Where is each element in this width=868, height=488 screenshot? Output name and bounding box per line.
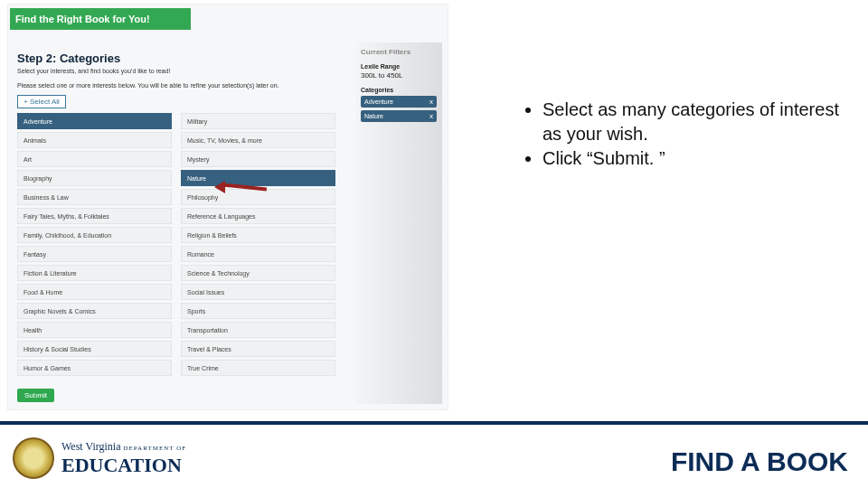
category-item[interactable]: Science & Technology [181, 265, 335, 281]
filter-tag-label: Nature [364, 113, 383, 119]
category-item[interactable]: Humor & Games [17, 360, 172, 376]
logo-line2: EDUCATION [61, 454, 186, 477]
slide: Find the Right Book for You! Step 2: Cat… [0, 0, 868, 488]
category-item[interactable]: Food & Home [17, 284, 172, 300]
category-item[interactable]: Philosophy [181, 189, 335, 205]
category-item[interactable]: Fiction & Literature [17, 265, 172, 281]
category-item[interactable]: History & Social Studies [17, 341, 172, 357]
wv-education-logo: West Virginia DEPARTMENT OF EDUCATION [13, 437, 186, 479]
filter-tag[interactable]: Naturex [361, 110, 437, 122]
category-item[interactable]: Biography [17, 170, 172, 186]
instruction-bullet: Select as many categories of interest as… [542, 98, 848, 146]
category-item[interactable]: Business & Law [17, 189, 172, 205]
filter-tags: AdventurexNaturex [361, 96, 437, 122]
category-item[interactable]: Sports [181, 303, 335, 319]
slide-title: FIND A BOOK [671, 446, 848, 477]
remove-tag-icon[interactable]: x [429, 112, 433, 120]
footer-divider [0, 421, 868, 425]
step-title: Step 2: Categories [17, 52, 120, 65]
logo-line1a: West Virginia [61, 440, 121, 453]
category-item[interactable]: Nature [181, 170, 335, 186]
step-subtitle-1: Select your interests, and find books yo… [17, 68, 170, 74]
find-book-banner: Find the Right Book for You! [10, 8, 191, 30]
category-item[interactable]: Social Issues [181, 284, 335, 300]
category-item[interactable]: Transportation [181, 322, 335, 338]
category-item[interactable]: Military [181, 113, 335, 129]
instruction-bullets: Select as many categories of interest as… [523, 98, 848, 171]
select-all-button[interactable]: + Select All [17, 95, 66, 108]
submit-button[interactable]: Submit [17, 389, 54, 402]
category-columns: AdventureAnimalsArtBiographyBusiness & L… [17, 113, 335, 376]
filter-tag[interactable]: Adventurex [361, 96, 437, 108]
categories-label: Categories [361, 87, 437, 93]
category-item[interactable]: Family, Childhood, & Education [17, 227, 172, 243]
lexile-range-label: Lexile Range [361, 63, 437, 70]
category-column-2: MilitaryMusic, TV, Movies, & moreMystery… [181, 113, 335, 376]
filter-tag-label: Adventure [364, 99, 393, 105]
logo-text: West Virginia DEPARTMENT OF EDUCATION [61, 440, 186, 477]
logo-line1b: DEPARTMENT OF [124, 445, 187, 452]
category-item[interactable]: Reference & Languages [181, 208, 335, 224]
filters-panel: Current Filters Lexile Range 300L to 450… [355, 42, 442, 404]
remove-tag-icon[interactable]: x [429, 98, 433, 106]
category-item[interactable]: True Crime [181, 360, 335, 376]
category-item[interactable]: Travel & Places [181, 341, 335, 357]
category-item[interactable]: Fairy Tales, Myths, & Folktales [17, 208, 172, 224]
category-item[interactable]: Adventure [17, 113, 172, 129]
category-item[interactable]: Music, TV, Movies, & more [181, 132, 335, 148]
filters-title: Current Filters [361, 48, 437, 56]
category-item[interactable]: Art [17, 151, 172, 167]
category-column-1: AdventureAnimalsArtBiographyBusiness & L… [17, 113, 172, 376]
category-item[interactable]: Fantasy [17, 246, 172, 262]
lexile-range-value: 300L to 450L [361, 71, 437, 80]
instruction-bullet: Click “Submit. ” [542, 146, 848, 171]
category-item[interactable]: Graphic Novels & Comics [17, 303, 172, 319]
category-item[interactable]: Mystery [181, 151, 335, 167]
category-item[interactable]: Romance [181, 246, 335, 262]
state-seal-icon [13, 437, 54, 479]
screenshot-panel: Find the Right Book for You! Step 2: Cat… [7, 4, 448, 410]
category-item[interactable]: Religion & Beliefs [181, 227, 335, 243]
step-subtitle-2: Please select one or more interests belo… [17, 82, 279, 89]
category-item[interactable]: Animals [17, 132, 172, 148]
category-item[interactable]: Health [17, 322, 172, 338]
